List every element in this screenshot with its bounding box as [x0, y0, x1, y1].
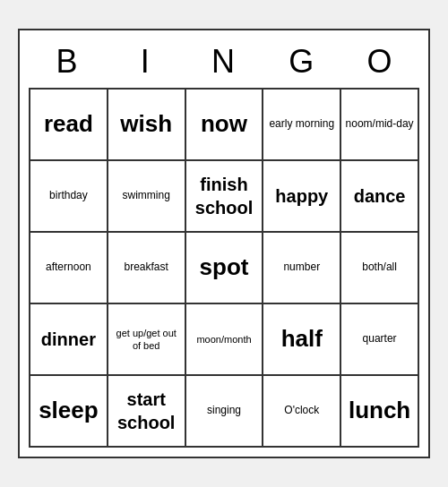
bingo-cell-r0-c0: read [30, 90, 108, 161]
bingo-cell-r4-c1: start school [108, 376, 186, 448]
bingo-cell-r2-c2: spot [186, 233, 264, 304]
bingo-cell-r0-c3: early morning [263, 90, 341, 161]
bingo-header-letter: O [341, 39, 419, 88]
bingo-cell-r2-c3: number [263, 233, 341, 304]
bingo-header: BINGO [29, 39, 419, 88]
bingo-cell-r0-c4: noom/mid-day [341, 90, 419, 161]
bingo-cell-r3-c1: get up/get out of bed [108, 304, 186, 376]
bingo-cell-r4-c4: lunch [341, 376, 419, 448]
bingo-cell-r1-c2: finish school [186, 161, 264, 233]
bingo-cell-r0-c1: wish [108, 90, 186, 161]
bingo-cell-r0-c2: now [186, 90, 264, 161]
bingo-card: BINGO readwishnowearly morningnoom/mid-d… [18, 29, 430, 458]
bingo-header-letter: B [29, 39, 107, 88]
bingo-cell-r3-c0: dinner [30, 304, 108, 376]
bingo-cell-r1-c0: birthday [30, 161, 108, 233]
bingo-grid: readwishnowearly morningnoom/mid-daybirt… [29, 88, 419, 448]
bingo-cell-r1-c4: dance [341, 161, 419, 233]
bingo-cell-r2-c4: both/all [341, 233, 419, 304]
bingo-cell-r3-c3: half [263, 304, 341, 376]
bingo-cell-r3-c2: moon/month [186, 304, 264, 376]
bingo-cell-r4-c3: O'clock [263, 376, 341, 448]
bingo-cell-r1-c1: swimming [108, 161, 186, 233]
bingo-cell-r2-c1: breakfast [108, 233, 186, 304]
bingo-cell-r3-c4: quarter [341, 304, 419, 376]
bingo-cell-r1-c3: happy [263, 161, 341, 233]
bingo-header-letter: I [107, 39, 185, 88]
bingo-header-letter: N [185, 39, 263, 88]
bingo-header-letter: G [263, 39, 341, 88]
bingo-cell-r2-c0: afternoon [30, 233, 108, 304]
bingo-cell-r4-c0: sleep [30, 376, 108, 448]
bingo-cell-r4-c2: singing [186, 376, 264, 448]
